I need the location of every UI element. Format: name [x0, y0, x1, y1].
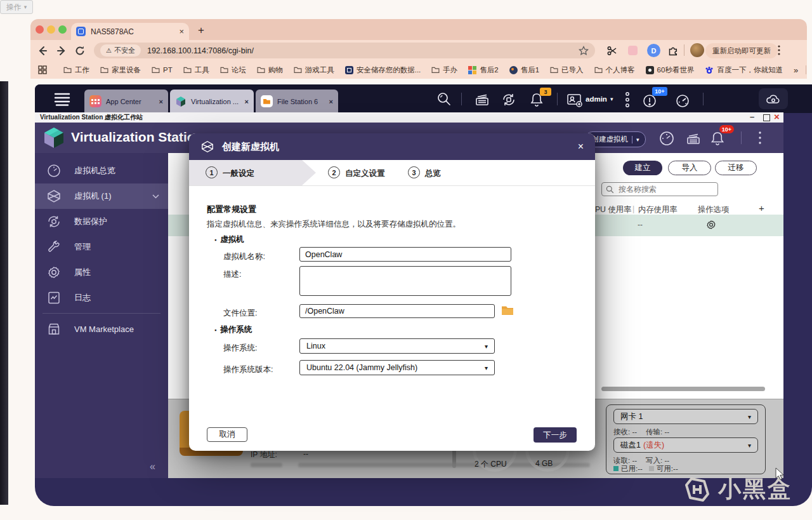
disk-select[interactable]: 磁盘1 (遗失) ▾ — [613, 437, 758, 453]
bookmark-item-qnap[interactable]: 安全储存您的数据... — [345, 65, 421, 75]
column-header-ops[interactable]: 操作选项 — [698, 204, 729, 215]
traffic-light-minimize[interactable] — [47, 25, 55, 34]
main-menu-hamburger-icon[interactable] — [54, 92, 70, 106]
chevron-down-icon: ▾ — [485, 364, 488, 371]
tab-close-icon[interactable]: × — [329, 98, 333, 105]
bookmark-item[interactable]: 已导入 — [550, 65, 584, 75]
sidebar-item-label: VM Marketplace — [74, 324, 134, 334]
vs-window-titlebar[interactable]: Virtualization Station 虚拟化工作站 — [35, 112, 783, 123]
tab-close-icon[interactable]: × — [245, 98, 249, 105]
browser-tab[interactable]: NAS5878AC × — [71, 23, 189, 40]
security-chip[interactable]: ⚠ 不安全 — [100, 44, 141, 57]
step-1-circle[interactable]: 1 — [206, 166, 218, 178]
sidebar-item-vms[interactable]: 虚拟机 (1) — [35, 183, 168, 209]
puzzle-extensions-icon[interactable] — [667, 44, 679, 57]
tab-close-icon[interactable]: × — [179, 27, 184, 36]
bookmark-item[interactable]: PT — [152, 66, 173, 74]
sidebar-item-marketplace[interactable]: VM Marketplace — [35, 316, 168, 342]
step-3-circle[interactable]: 3 — [408, 166, 420, 178]
vs-header-kebab-icon[interactable] — [756, 130, 764, 146]
bookmark-item-app[interactable]: 售后1 — [509, 65, 539, 75]
bookmark-apps-grid-icon[interactable] — [38, 65, 47, 74]
vs-tasks-icon[interactable] — [685, 130, 702, 147]
admin-menu[interactable]: admin ▾ — [586, 95, 613, 103]
d-extension-icon[interactable]: D — [647, 44, 660, 57]
migrate-button[interactable]: 迁移 — [715, 161, 757, 175]
global-search-icon[interactable] — [436, 91, 452, 107]
sidebar-collapse-button[interactable]: « — [150, 461, 155, 472]
bookmark-item[interactable]: 购物 — [257, 65, 283, 75]
update-chip[interactable]: 重新启动即可更新 — [705, 43, 778, 58]
bookmark-item[interactable]: 游戏工具 — [294, 65, 334, 75]
nas-tab-virtualization[interactable]: Virtualization ... × — [170, 90, 254, 113]
add-column-button[interactable]: + — [759, 203, 764, 213]
new-tab-button[interactable]: + — [198, 24, 204, 37]
sidebar-item-management[interactable]: 管理 — [35, 234, 168, 260]
sidebar-item-data-protection[interactable]: 数据保护 — [35, 209, 168, 234]
step-1-label[interactable]: 一般设定 — [223, 168, 254, 179]
cancel-button[interactable]: 取消 — [207, 427, 247, 442]
os-select[interactable]: Linux ▾ — [299, 338, 495, 354]
import-button[interactable]: 导入 — [668, 161, 711, 175]
bookmark-item[interactable]: 工具 — [183, 65, 209, 75]
bookmark-item[interactable]: 个人博客 — [594, 65, 635, 75]
background-tasks-icon[interactable] — [475, 92, 490, 107]
step-3-label[interactable]: 总览 — [425, 168, 441, 179]
topbar-kebab-icon[interactable] — [623, 91, 632, 109]
nas-tab-file-station[interactable]: File Station 6 × — [256, 90, 338, 113]
step-2-circle[interactable]: 2 — [328, 166, 340, 178]
nas-tab-app-center[interactable]: App Center × — [84, 90, 168, 113]
myqnapcloud-icon[interactable] — [759, 88, 788, 109]
forward-icon[interactable] — [56, 45, 67, 57]
bookmark-item-ms[interactable]: 售后2 — [468, 65, 498, 75]
vm-row-settings-gear-icon[interactable] — [705, 219, 717, 230]
bookmark-item[interactable]: 家里设备 — [100, 65, 141, 75]
window-minimize-button[interactable]: – — [750, 112, 754, 121]
baidu-paw-icon — [705, 65, 714, 74]
vm-search-box[interactable] — [601, 182, 718, 196]
create-button[interactable]: 建立 — [623, 161, 662, 175]
column-header-memory[interactable]: 内存使用率 — [638, 204, 677, 215]
traffic-light-close[interactable] — [36, 25, 44, 34]
file-location-input[interactable] — [299, 304, 495, 318]
admin-account-icon[interactable] — [566, 93, 583, 108]
nic-select[interactable]: 网卡 1 ▾ — [613, 409, 758, 424]
bookmarks-overflow-chevrons[interactable]: » — [794, 65, 798, 75]
column-header-cpu[interactable]: CPU 使用率 — [589, 204, 631, 215]
bookmark-item[interactable]: 工作 — [63, 65, 89, 75]
back-icon[interactable] — [37, 45, 48, 57]
vs-dashboard-icon[interactable] — [658, 130, 675, 147]
os-version-select[interactable]: Ubuntu 22.04 (Jammy Jellyfish) ▾ — [299, 360, 495, 375]
window-maximize-button[interactable] — [763, 114, 770, 121]
wizard-close-button[interactable]: × — [578, 141, 584, 152]
search-input[interactable] — [617, 184, 702, 194]
profile-avatar[interactable] — [690, 43, 704, 57]
address-bar[interactable]: ⚠ 不安全 192.168.100.114:7086/cgi-bin/ — [94, 43, 595, 58]
bookmark-item-baidu[interactable]: 百度一下，你就知道 — [705, 65, 783, 75]
sync-status-icon[interactable] — [501, 92, 516, 107]
window-close-button[interactable]: × — [774, 111, 780, 122]
vm-name-input[interactable] — [299, 247, 511, 262]
traffic-light-zoom[interactable] — [58, 25, 67, 34]
bookmark-star-icon[interactable] — [579, 46, 589, 56]
dashboard-speedometer-icon[interactable] — [675, 93, 690, 109]
scissors-extension-icon[interactable] — [606, 45, 618, 57]
browse-folder-button[interactable] — [501, 305, 514, 316]
sidebar-item-logs[interactable]: 日志 — [35, 285, 168, 310]
group-os-header: ▪ 操作系统 — [214, 324, 252, 335]
bookmark-item[interactable]: 手办 — [431, 65, 457, 75]
horizontal-scrollbar[interactable] — [601, 387, 765, 391]
tab-close-icon[interactable]: × — [159, 98, 163, 105]
browser-menu-kebab-icon[interactable] — [774, 44, 784, 57]
bookmark-item[interactable]: 论坛 — [220, 65, 246, 75]
step-2-label[interactable]: 自定义设置 — [345, 168, 385, 179]
description-textarea[interactable] — [299, 266, 511, 296]
reload-icon[interactable] — [74, 45, 86, 57]
bookmark-item-news[interactable]: 60秒看世界 — [646, 65, 695, 75]
sidebar-item-overview[interactable]: 虚拟机总览 — [35, 158, 168, 183]
next-button[interactable]: 下一步 — [534, 427, 577, 443]
url-text[interactable]: 192.168.100.114:7086/cgi-bin/ — [147, 46, 579, 55]
sidebar-item-properties[interactable]: 属性 — [35, 260, 168, 285]
actions-dropdown[interactable]: 操作 ▾ — [0, 0, 33, 14]
pink-extension-icon[interactable] — [628, 46, 638, 55]
